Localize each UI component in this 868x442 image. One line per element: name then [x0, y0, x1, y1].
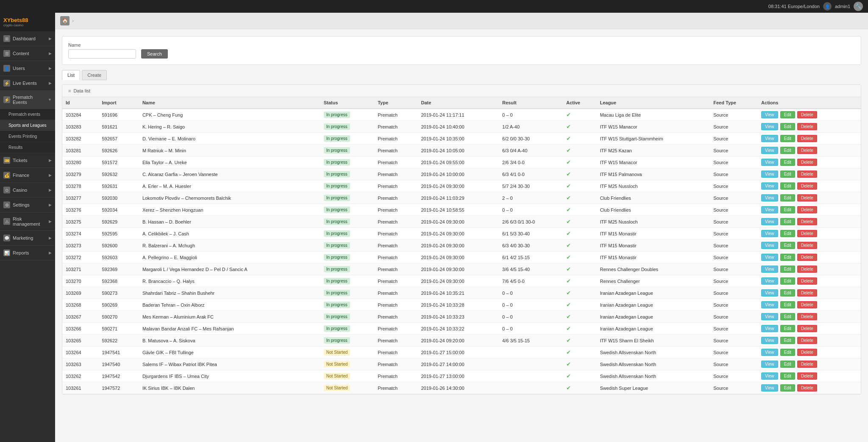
tab-create[interactable]: Create [82, 70, 107, 80]
delete-button[interactable]: Delete [797, 349, 817, 356]
cell-name: Ella Taylor – A. Ureke [139, 157, 320, 168]
view-button[interactable]: View [761, 384, 778, 392]
sidebar-item-users[interactable]: 👤 Users ▶ [0, 61, 55, 76]
delete-button[interactable]: Delete [797, 171, 817, 178]
edit-button[interactable]: Edit [780, 289, 795, 297]
edit-button[interactable]: Edit [780, 266, 795, 273]
edit-button[interactable]: Edit [780, 301, 795, 308]
view-button[interactable]: View [761, 337, 778, 344]
view-button[interactable]: View [761, 206, 778, 213]
edit-button[interactable]: Edit [780, 135, 795, 142]
view-button[interactable]: View [761, 349, 778, 356]
delete-button[interactable]: Delete [797, 254, 817, 261]
edit-button[interactable]: Edit [780, 349, 795, 356]
delete-button[interactable]: Delete [797, 384, 817, 392]
delete-button[interactable]: Delete [797, 147, 817, 154]
cell-name: M Ratniuk – M. Minin [139, 145, 320, 157]
sidebar-item-marketing[interactable]: 💬 Marketing ▶ [0, 231, 55, 246]
sidebar-sub-events-printing[interactable]: Events Printing [0, 131, 55, 142]
view-button[interactable]: View [761, 254, 778, 261]
delete-button[interactable]: Delete [797, 206, 817, 213]
view-button[interactable]: View [761, 372, 778, 380]
edit-button[interactable]: Edit [780, 230, 795, 237]
edit-button[interactable]: Edit [780, 159, 795, 166]
delete-button[interactable]: Delete [797, 361, 817, 368]
view-button[interactable]: View [761, 218, 778, 225]
edit-button[interactable]: Edit [780, 206, 795, 213]
cell-import: 1947572 [98, 382, 139, 394]
sidebar-sub-prematch-events[interactable]: Prematch events [0, 109, 55, 120]
delete-button[interactable]: Delete [797, 230, 817, 237]
view-button[interactable]: View [761, 135, 778, 142]
view-button[interactable]: View [761, 289, 778, 297]
delete-button[interactable]: Delete [797, 301, 817, 308]
view-button[interactable]: View [761, 230, 778, 237]
delete-button[interactable]: Delete [797, 325, 817, 332]
delete-button[interactable]: Delete [797, 337, 817, 344]
sidebar-item-prematch-events[interactable]: ⚡ Prematch Events ▼ [0, 91, 55, 109]
search-input[interactable] [68, 49, 136, 59]
edit-button[interactable]: Edit [780, 242, 795, 249]
edit-button[interactable]: Edit [780, 313, 795, 320]
delete-button[interactable]: Delete [797, 159, 817, 166]
user-settings-icon[interactable]: 🔧 [854, 2, 863, 11]
sidebar-item-tickets[interactable]: 🎫 Tickets ▶ [0, 153, 55, 168]
delete-button[interactable]: Delete [797, 313, 817, 320]
delete-button[interactable]: Delete [797, 266, 817, 273]
edit-button[interactable]: Edit [780, 277, 795, 285]
sidebar-item-live-events[interactable]: ⚡ Live Events ▶ [0, 76, 55, 91]
view-button[interactable]: View [761, 325, 778, 332]
view-button[interactable]: View [761, 301, 778, 308]
tab-list[interactable]: List [62, 70, 80, 80]
delete-button[interactable]: Delete [797, 289, 817, 297]
search-button[interactable]: Search [141, 49, 168, 59]
view-button[interactable]: View [761, 171, 778, 178]
sidebar-item-content[interactable]: ☰ Content ▶ [0, 46, 55, 61]
delete-button[interactable]: Delete [797, 218, 817, 225]
cell-actions: View Edit Delete [758, 323, 861, 335]
edit-button[interactable]: Edit [780, 111, 795, 118]
delete-button[interactable]: Delete [797, 277, 817, 285]
view-button[interactable]: View [761, 147, 778, 154]
edit-button[interactable]: Edit [780, 218, 795, 225]
delete-button[interactable]: Delete [797, 194, 817, 201]
sidebar-sub-results[interactable]: Results [0, 142, 55, 153]
delete-button[interactable]: Delete [797, 242, 817, 249]
sidebar-sub-sports-leagues[interactable]: Sports and Leagues [0, 120, 55, 131]
delete-button[interactable]: Delete [797, 111, 817, 118]
sidebar-item-finance[interactable]: 💰 Finance ▶ [0, 168, 55, 183]
edit-button[interactable]: Edit [780, 194, 795, 201]
cell-date: 2019-01-24 10:40:00 [417, 121, 499, 133]
edit-button[interactable]: Edit [780, 123, 795, 130]
view-button[interactable]: View [761, 182, 778, 190]
edit-button[interactable]: Edit [780, 361, 795, 368]
view-button[interactable]: View [761, 313, 778, 320]
sidebar-item-settings[interactable]: ⚙ Settings ▶ [0, 198, 55, 213]
view-button[interactable]: View [761, 111, 778, 118]
sidebar-item-casino[interactable]: ⊙ Casino ▶ [0, 183, 55, 198]
edit-button[interactable]: Edit [780, 182, 795, 190]
edit-button[interactable]: Edit [780, 384, 795, 392]
edit-button[interactable]: Edit [780, 372, 795, 380]
edit-button[interactable]: Edit [780, 337, 795, 344]
sidebar-item-reports[interactable]: 📊 Reports ▶ [0, 246, 55, 260]
edit-button[interactable]: Edit [780, 171, 795, 178]
view-button[interactable]: View [761, 242, 778, 249]
edit-button[interactable]: Edit [780, 254, 795, 261]
delete-button[interactable]: Delete [797, 182, 817, 190]
delete-button[interactable]: Delete [797, 372, 817, 380]
view-button[interactable]: View [761, 159, 778, 166]
view-button[interactable]: View [761, 361, 778, 368]
view-button[interactable]: View [761, 277, 778, 285]
sidebar-item-risk-management[interactable]: ⚠ Risk management ▶ [0, 213, 55, 231]
delete-button[interactable]: Delete [797, 123, 817, 130]
edit-button[interactable]: Edit [780, 325, 795, 332]
cell-type: Prematch [374, 157, 417, 168]
edit-button[interactable]: Edit [780, 147, 795, 154]
view-button[interactable]: View [761, 194, 778, 201]
breadcrumb-home-icon[interactable]: 🏠 [60, 16, 70, 25]
delete-button[interactable]: Delete [797, 135, 817, 142]
view-button[interactable]: View [761, 123, 778, 130]
sidebar-item-dashboard[interactable]: ⊞ Dashboard ▶ [0, 31, 55, 46]
view-button[interactable]: View [761, 266, 778, 273]
